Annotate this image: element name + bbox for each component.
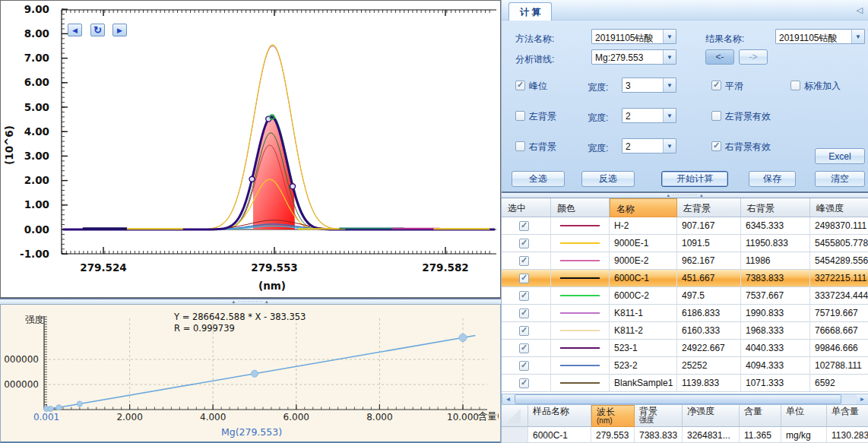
sample-column-header-4[interactable]: 含量 [740,405,781,427]
right-horizontal-splitter[interactable]: ▴ ·········· ▴ [502,191,868,198]
smooth-checkbox[interactable]: 平滑 [711,80,743,93]
chart-forward-button[interactable]: ▶ [112,24,127,36]
row-checkbox[interactable] [519,256,529,266]
row-checkbox-cell [502,305,551,322]
right-bg-width-value: 2 [622,139,663,153]
save-button[interactable]: 保存 [749,171,796,187]
checkbox-icon[interactable] [711,111,721,121]
invert-selection-button[interactable]: 反选 [581,171,635,187]
method-name-value: 20191105钴酸 [592,30,663,43]
row-checkbox[interactable] [519,378,529,388]
table-row[interactable]: 6000C-2497.57537.6673337234.444 [502,287,868,305]
table-row[interactable]: 9000E-11091.511950.8335455805.778 [502,235,868,252]
row-checkbox[interactable] [519,309,529,318]
table-row[interactable]: 6000C-1451.6677383.8333272215.111 [502,270,868,287]
row-checkbox[interactable] [519,239,529,248]
horizontal-scrollbar[interactable]: ◄ ► [502,394,868,405]
table-row[interactable]: K811-26160.3331968.33376668.667 [502,322,868,340]
column-header-2[interactable]: 名称 [610,198,677,217]
sample-column-header-6[interactable]: 单含量 [827,405,868,427]
sample-value-6: 1130.283 [827,427,868,443]
peak-position-checkbox[interactable]: 峰位 [515,80,547,93]
chevron-down-icon[interactable]: ▼ [663,50,676,64]
method-name-combo[interactable]: 20191105钴酸 ▼ [591,29,676,44]
row-checkbox[interactable] [519,326,529,336]
chevron-down-icon[interactable]: ▼ [851,30,864,43]
next-line-button[interactable]: -> [739,49,768,65]
select-all-button[interactable]: 全选 [512,171,565,187]
checkbox-icon[interactable] [515,141,525,151]
row-color-cell [551,340,610,357]
left-horizontal-splitter[interactable]: ▴ ·········· ▴ [0,298,501,304]
row-right-bg: 7537.667 [741,287,810,305]
column-header-5[interactable]: 峰强度 [810,198,868,217]
right-background-checkbox[interactable]: 右背景 [515,141,556,153]
table-row[interactable]: 523-124922.6674040.33399846.666 [502,340,868,357]
tab-calculate[interactable]: 计 算 [508,2,552,21]
left-bg-width-combo[interactable]: 2 ▼ [622,108,676,123]
start-calculation-button[interactable]: 开始计算 [661,171,728,187]
table-row[interactable]: BlankSample11139.8331071.3336592 [502,375,868,392]
row-checkbox[interactable] [519,221,529,231]
row-checkbox-cell [502,375,551,392]
svg-text:R = 0.999739: R = 0.999739 [174,323,235,334]
column-header-1[interactable]: 颜色 [551,198,610,217]
sample-column-header-3[interactable]: 净强度 [683,405,740,427]
table-row[interactable]: H-2907.1676345.3332498370.111 [502,217,868,235]
row-color-cell [551,235,610,252]
row-color-cell [551,287,610,305]
series-color-swatch [560,330,600,331]
left-background-checkbox[interactable]: 左背景 [515,110,556,123]
collapse-panel-icon[interactable]: ◁ [857,5,863,15]
chart-refresh-button[interactable]: ↻ [90,24,105,36]
chart-back-button[interactable]: ◀ [68,24,82,36]
svg-text:6.00: 6.00 [24,76,49,88]
row-checkbox[interactable] [519,291,529,301]
corner-cell[interactable] [502,405,528,427]
series-color-swatch [560,225,600,226]
result-name-combo[interactable]: 20191105钴酸 ▼ [775,29,865,44]
checkbox-checked-icon[interactable] [515,81,525,90]
clear-button[interactable]: 清空 [815,171,865,187]
standard-addition-checkbox[interactable]: 标准加入 [790,80,841,93]
column-header-4[interactable]: 右背景 [741,198,810,217]
chevron-down-icon[interactable]: ▼ [663,30,676,43]
table-row[interactable]: K811-16186.8331990.83375719.667 [502,305,868,322]
row-name: 523-2 [610,357,677,375]
previous-line-button[interactable]: <- [705,49,734,65]
chevron-down-icon[interactable]: ▼ [663,139,676,153]
column-header-3[interactable]: 左背景 [677,198,741,217]
right-bg-width-combo[interactable]: 2 ▼ [622,138,676,153]
sample-column-header-1[interactable]: 波长(nm) [591,405,635,427]
checkbox-checked-icon[interactable] [711,81,721,90]
svg-text:000000: 000000 [4,354,39,365]
scroll-right-icon[interactable]: ► [857,394,868,404]
excel-button[interactable]: Excel [815,148,865,164]
width-label-2: 宽度: [588,112,608,125]
peak-width-combo[interactable]: 3 ▼ [622,78,676,93]
row-left-bg: 1091.5 [677,235,741,252]
sample-column-header-0[interactable]: 样品名称 [528,405,591,427]
corner-triangle-icon [506,409,521,423]
row-checkbox[interactable] [519,274,529,283]
row-checkbox[interactable] [519,343,529,353]
svg-text:(nm): (nm) [258,280,286,292]
row-checkbox[interactable] [519,361,529,371]
table-row[interactable]: 9000E-2962.167119865454289.556 [502,252,868,270]
table-row[interactable]: 523-2252524094.333102788.111 [502,357,868,375]
chevron-down-icon[interactable]: ▼ [663,78,676,92]
scroll-left-icon[interactable]: ◄ [502,394,514,404]
right-bg-valid-checkbox[interactable]: 右背景有效 [711,141,771,153]
sample-column-header-2[interactable]: 背景强度 [635,405,683,427]
sample-data-row[interactable]: 6000C-1279.5537383.8333264831...11.365mg… [502,427,868,443]
sample-column-header-5[interactable]: 单位 [781,405,827,427]
chevron-down-icon[interactable]: ▼ [663,109,676,122]
left-bg-valid-checkbox[interactable]: 左背景有效 [711,110,771,123]
analysis-line-combo[interactable]: Mg:279.553 ▼ [591,49,676,65]
checkbox-icon[interactable] [515,111,525,121]
column-header-0[interactable]: 选中 [502,198,551,217]
scrollbar-thumb[interactable] [515,394,841,404]
sample-header-row: 样品名称波长(nm)背景强度净强度含量单位单含量 [502,405,868,427]
checkbox-checked-icon[interactable] [711,141,721,151]
checkbox-icon[interactable] [790,81,800,90]
